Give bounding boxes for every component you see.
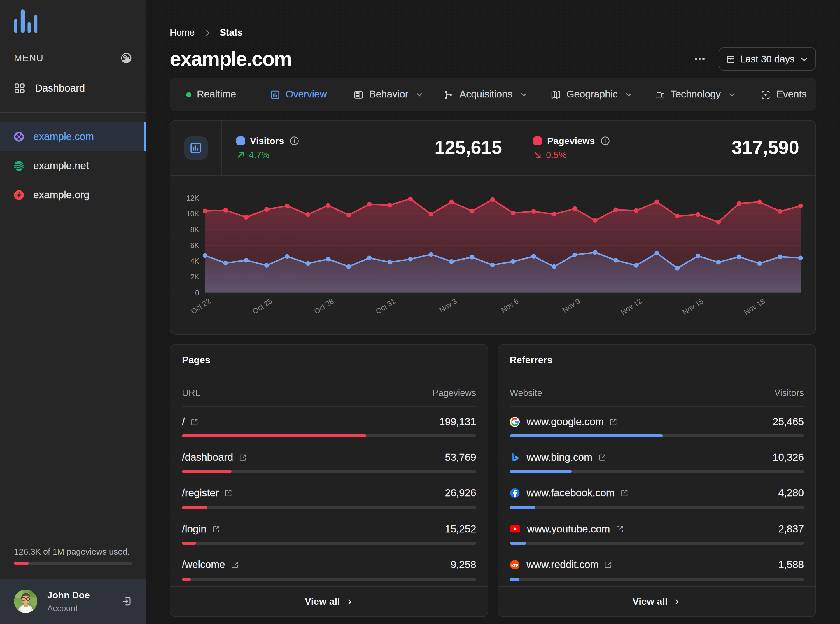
svg-text:6K: 6K: [190, 241, 199, 249]
svg-text:Oct 22: Oct 22: [189, 297, 212, 315]
svg-text:12K: 12K: [186, 194, 200, 202]
svg-text:8K: 8K: [190, 226, 199, 233]
svg-text:Oct 25: Oct 25: [251, 297, 273, 315]
svg-text:Oct 28: Oct 28: [312, 297, 335, 315]
svg-text:Nov 3: Nov 3: [438, 297, 458, 314]
svg-text:Oct 31: Oct 31: [374, 297, 397, 315]
svg-text:0: 0: [195, 289, 199, 297]
svg-text:4K: 4K: [190, 257, 199, 265]
svg-text:Nov 9: Nov 9: [561, 297, 582, 314]
svg-text:10K: 10K: [186, 210, 200, 218]
svg-text:Nov 12: Nov 12: [619, 297, 643, 317]
svg-text:Nov 15: Nov 15: [681, 297, 705, 317]
svg-text:2K: 2K: [190, 273, 199, 281]
svg-text:Nov 18: Nov 18: [743, 297, 766, 317]
svg-text:Nov 6: Nov 6: [499, 297, 520, 314]
